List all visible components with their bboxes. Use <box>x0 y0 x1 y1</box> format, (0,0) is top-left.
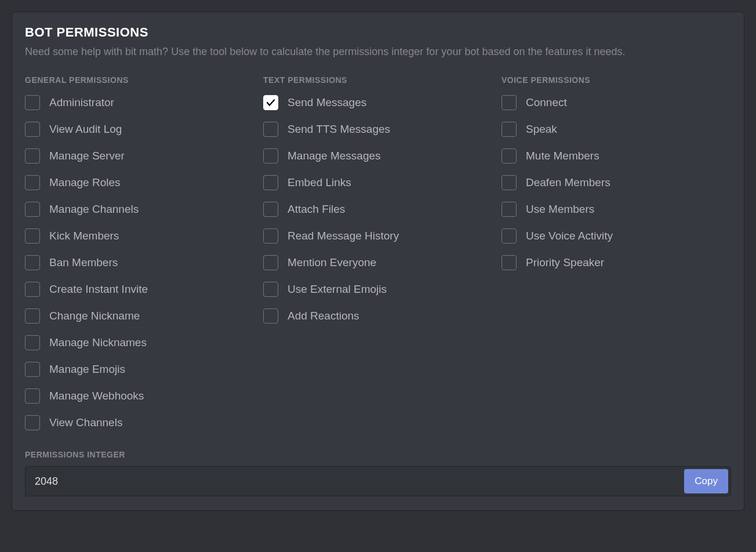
permission-checkbox[interactable] <box>25 362 40 377</box>
permission-row[interactable]: View Channels <box>25 415 263 430</box>
permission-label: Create Instant Invite <box>49 283 148 296</box>
permissions-column: TEXT PERMISSIONSSend MessagesSend TTS Me… <box>263 75 501 442</box>
permission-checkbox[interactable] <box>25 95 40 110</box>
permission-checkbox[interactable] <box>25 308 40 324</box>
permission-row[interactable]: Send Messages <box>263 95 501 110</box>
permissions-integer-row: Copy <box>25 466 731 496</box>
permission-row[interactable]: Manage Messages <box>263 148 501 164</box>
permission-label: Manage Messages <box>288 150 381 162</box>
permission-label: Change Nickname <box>49 310 140 322</box>
column-header: TEXT PERMISSIONS <box>263 75 501 85</box>
permissions-integer-section: PERMISSIONS INTEGER Copy <box>25 450 731 496</box>
permission-label: Administrator <box>49 96 114 109</box>
permission-label: Deafen Members <box>526 176 610 189</box>
permission-checkbox[interactable] <box>25 175 40 190</box>
permission-label: Add Reactions <box>288 310 359 322</box>
permission-label: Use Voice Activity <box>526 230 613 242</box>
permission-row[interactable]: Kick Members <box>25 228 263 244</box>
permission-checkbox[interactable] <box>25 122 40 137</box>
permission-row[interactable]: Mention Everyone <box>263 255 501 270</box>
permission-row[interactable]: Attach Files <box>263 202 501 217</box>
permission-label: Attach Files <box>288 203 345 216</box>
permission-row[interactable]: Use External Emojis <box>263 282 501 297</box>
permission-checkbox[interactable] <box>501 202 517 217</box>
permission-row[interactable]: Manage Nicknames <box>25 335 263 350</box>
permission-checkbox[interactable] <box>25 335 40 350</box>
permission-checkbox[interactable] <box>501 122 517 137</box>
permission-label: Mute Members <box>526 150 599 162</box>
permission-label: Manage Emojis <box>49 363 125 376</box>
permission-row[interactable]: Add Reactions <box>263 308 501 324</box>
permission-checkbox[interactable] <box>501 228 517 244</box>
permission-row[interactable]: Create Instant Invite <box>25 282 263 297</box>
permission-checkbox[interactable] <box>263 122 278 137</box>
permission-row[interactable]: Administrator <box>25 95 263 110</box>
permission-row[interactable]: Send TTS Messages <box>263 122 501 137</box>
permission-label: Send TTS Messages <box>288 123 390 136</box>
permission-row[interactable]: Use Voice Activity <box>501 228 740 244</box>
permission-checkbox[interactable] <box>263 228 278 244</box>
permission-checkbox[interactable] <box>263 255 278 270</box>
permission-checkbox[interactable] <box>501 175 517 190</box>
permission-checkbox[interactable] <box>25 415 40 430</box>
permission-row[interactable]: Mute Members <box>501 148 740 164</box>
permissions-column: GENERAL PERMISSIONSAdministratorView Aud… <box>25 75 263 442</box>
permission-checkbox[interactable] <box>263 282 278 297</box>
permission-label: Manage Nicknames <box>49 336 147 349</box>
permission-label: Priority Speaker <box>526 256 604 269</box>
permission-label: Connect <box>526 96 567 109</box>
permission-checkbox[interactable] <box>501 95 517 110</box>
permission-row[interactable]: Ban Members <box>25 255 263 270</box>
permission-checkbox[interactable] <box>501 255 517 270</box>
permission-row[interactable]: View Audit Log <box>25 122 263 137</box>
permission-checkbox[interactable] <box>263 202 278 217</box>
permission-label: View Audit Log <box>49 123 122 136</box>
permission-label: Kick Members <box>49 230 119 242</box>
permission-row[interactable]: Manage Server <box>25 148 263 164</box>
permission-label: Mention Everyone <box>288 256 376 269</box>
permission-checkbox[interactable] <box>25 148 40 164</box>
permission-checkbox[interactable] <box>25 282 40 297</box>
permission-label: Use Members <box>526 203 594 216</box>
permission-row[interactable]: Use Members <box>501 202 740 217</box>
permission-row[interactable]: Connect <box>501 95 740 110</box>
permission-label: View Channels <box>49 416 122 429</box>
permission-row[interactable]: Priority Speaker <box>501 255 740 270</box>
permission-row[interactable]: Deafen Members <box>501 175 740 190</box>
permission-row[interactable]: Manage Roles <box>25 175 263 190</box>
column-header: VOICE PERMISSIONS <box>501 75 740 85</box>
permission-label: Manage Server <box>49 150 125 162</box>
permission-checkbox[interactable] <box>263 95 278 110</box>
permission-checkbox[interactable] <box>501 148 517 164</box>
permission-checkbox[interactable] <box>263 175 278 190</box>
permission-row[interactable]: Manage Webhooks <box>25 388 263 404</box>
permission-row[interactable]: Read Message History <box>263 228 501 244</box>
permission-row[interactable]: Manage Channels <box>25 202 263 217</box>
permission-checkbox[interactable] <box>263 148 278 164</box>
copy-button[interactable]: Copy <box>684 469 728 493</box>
permission-row[interactable]: Change Nickname <box>25 308 263 324</box>
panel-title: BOT PERMISSIONS <box>25 25 731 40</box>
permission-row[interactable]: Speak <box>501 122 740 137</box>
bot-permissions-panel: BOT PERMISSIONS Need some help with bit … <box>12 12 744 511</box>
permission-row[interactable]: Embed Links <box>263 175 501 190</box>
permission-checkbox[interactable] <box>25 228 40 244</box>
permission-checkbox[interactable] <box>25 255 40 270</box>
permissions-integer-input[interactable] <box>35 469 684 493</box>
permission-checkbox[interactable] <box>25 388 40 404</box>
permission-row[interactable]: Manage Emojis <box>25 362 263 377</box>
panel-description: Need some help with bit math? Use the to… <box>25 45 731 59</box>
permission-label: Manage Webhooks <box>49 390 144 402</box>
permission-label: Send Messages <box>288 96 366 109</box>
permission-checkbox[interactable] <box>25 202 40 217</box>
column-header: GENERAL PERMISSIONS <box>25 75 263 85</box>
permission-label: Manage Roles <box>49 176 121 189</box>
permission-label: Ban Members <box>49 256 118 269</box>
permission-checkbox[interactable] <box>263 308 278 324</box>
permission-label: Read Message History <box>288 230 399 242</box>
permissions-column: VOICE PERMISSIONSConnectSpeakMute Member… <box>501 75 740 442</box>
permission-label: Embed Links <box>288 176 351 189</box>
permission-label: Speak <box>526 123 557 136</box>
permission-label: Use External Emojis <box>288 283 387 296</box>
permissions-columns: GENERAL PERMISSIONSAdministratorView Aud… <box>25 75 731 442</box>
